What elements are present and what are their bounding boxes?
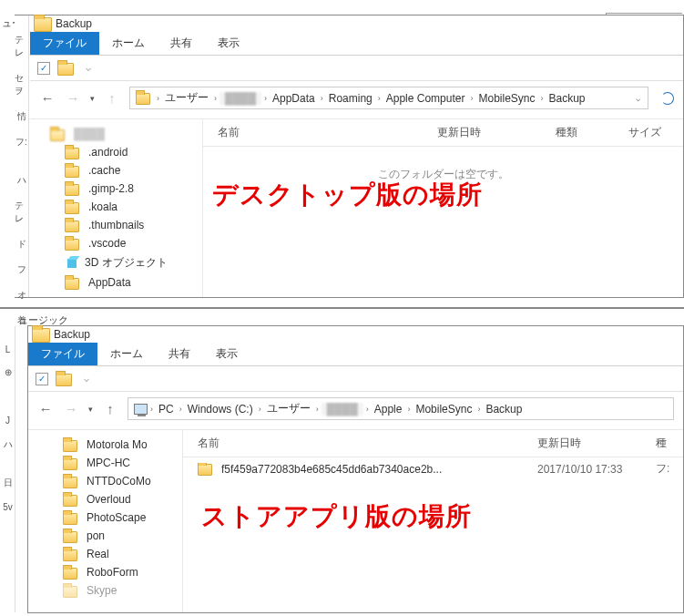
titlebar: Backup [30, 15, 683, 32]
file-type: フ: [648, 461, 676, 477]
col-type[interactable]: 種 [648, 436, 676, 451]
tab-file[interactable]: ファイル [28, 343, 97, 365]
folder-icon [198, 464, 210, 474]
breadcrumb-item[interactable]: Backup [546, 92, 588, 105]
checkbox-icon[interactable]: ✓ [36, 373, 48, 385]
folder-icon [136, 93, 148, 103]
checkbox-icon[interactable]: ✓ [37, 62, 50, 75]
tree-item[interactable]: Motorola Mo [61, 436, 179, 454]
breadcrumb-dropdown[interactable]: ⌵ [633, 94, 642, 103]
col-date[interactable]: 更新日時 [530, 436, 648, 451]
col-size[interactable]: サイズ [621, 125, 676, 140]
quick-access-toolbar: ✓ [30, 56, 683, 81]
tab-share[interactable]: 共有 [156, 343, 203, 365]
tab-home[interactable]: ホーム [99, 32, 158, 55]
3d-objects-icon [65, 256, 79, 271]
tab-view[interactable]: 表示 [203, 343, 250, 365]
forward-button[interactable]: → [65, 90, 81, 107]
breadcrumb-item[interactable]: MobileSync [475, 92, 537, 105]
nav-tree: ████ .android .cache .gimp-2.8 .koala .t… [30, 119, 203, 297]
history-dropdown[interactable]: ▾ [88, 405, 93, 414]
breadcrumb-item[interactable]: PC [156, 403, 177, 416]
column-headers: 名前 更新日時 種 [183, 430, 683, 457]
breadcrumb-item[interactable]: Windows (C:) [185, 403, 256, 416]
dropdown-icon[interactable] [84, 376, 89, 382]
address-bar-row: ← → ▾ ↑ › ユーザー› ████› AppData› Roaming› … [30, 81, 683, 119]
titlebar: Backup [28, 326, 683, 343]
forward-button[interactable]: → [63, 401, 79, 417]
tree-item[interactable]: pon [61, 527, 179, 545]
tree-item[interactable]: .vscode [63, 234, 199, 252]
dropdown-icon[interactable] [86, 66, 91, 71]
window-title: Backup [54, 328, 90, 341]
tree-item[interactable]: MPC-HC [61, 454, 179, 472]
tree-item[interactable]: ████ [48, 125, 199, 143]
breadcrumb-user-blurred[interactable]: ████ [322, 403, 363, 416]
back-button[interactable]: ← [39, 90, 56, 107]
empty-folder-message: このフォルダーは空です。 [203, 147, 683, 202]
breadcrumb-user-blurred[interactable]: ████ [219, 92, 261, 105]
annotation-store: ストアアプリ版の場所 [201, 499, 472, 534]
tree-item[interactable]: Overloud [61, 490, 179, 508]
history-dropdown[interactable]: ▾ [90, 94, 95, 103]
breadcrumb-bar[interactable]: › ユーザー› ████› AppData› Roaming› Apple Co… [129, 87, 648, 109]
pc-icon [134, 404, 148, 415]
quick-access-toolbar: ✓ [28, 366, 683, 392]
col-type[interactable]: 種類 [548, 125, 621, 140]
up-button[interactable]: ↑ [102, 401, 118, 417]
tree-item[interactable]: 3D オブジェクト [63, 252, 199, 273]
refresh-icon[interactable] [661, 92, 674, 105]
breadcrumb-item[interactable]: Roaming [326, 92, 375, 105]
tab-share[interactable]: 共有 [158, 32, 205, 55]
col-date[interactable]: 更新日時 [430, 125, 548, 140]
tree-item[interactable]: RoboForm [61, 563, 179, 581]
col-name[interactable]: 名前 [190, 436, 530, 451]
nav-tree: Motorola Mo MPC-HC NTTDoCoMo Overloud Ph… [28, 430, 183, 612]
tree-item[interactable]: AppData [63, 273, 199, 292]
breadcrumb-item[interactable]: ユーザー [162, 90, 211, 106]
folder-icon [32, 328, 48, 341]
tree-item[interactable]: .gimp-2.8 [63, 180, 199, 198]
list-item[interactable]: f5f459a772083b4e685c45dd6ab7340ace2b... … [183, 457, 683, 480]
file-list: 名前 更新日時 種 f5f459a772083b4e685c45dd6ab734… [183, 430, 683, 612]
tab-home[interactable]: ホーム [97, 343, 156, 365]
back-button[interactable]: ← [37, 401, 54, 417]
breadcrumb-item[interactable]: AppData [270, 92, 318, 105]
file-date: 2017/10/10 17:33 [530, 463, 648, 476]
ribbon: ファイル ホーム 共有 表示 [30, 32, 683, 56]
breadcrumb-bar[interactable]: › PC› Windows (C:)› ユーザー› ████› Apple› M… [128, 397, 674, 420]
up-button[interactable]: ↑ [104, 90, 120, 107]
breadcrumb-item[interactable]: MobileSync [413, 403, 475, 416]
tree-item[interactable]: .cache [63, 161, 199, 180]
file-list: 名前 更新日時 種類 サイズ このフォルダーは空です。 デスクトップ版の場所 [203, 119, 683, 297]
breadcrumb-item[interactable]: ユーザー [264, 401, 313, 416]
tree-item[interactable]: PhotoScape [61, 508, 179, 527]
folder-icon[interactable] [56, 374, 70, 385]
tree-item[interactable]: .android [63, 143, 199, 161]
tree-item[interactable]: Skype [61, 581, 179, 600]
tree-item[interactable]: NTTDoCoMo [61, 472, 179, 490]
tree-item[interactable]: .thumbnails [63, 216, 199, 234]
folder-icon [34, 17, 50, 30]
left-truncated-strip: テレセヲ情フ:ハテレドフオ着 [15, 15, 29, 297]
window-title: Backup [56, 17, 92, 30]
tree-item[interactable]: Real [61, 545, 179, 563]
address-bar-row: ← → ▾ ↑ › PC› Windows (C:)› ユーザー› ████› … [28, 392, 683, 430]
file-name: f5f459a772083b4e685c45dd6ab7340ace2b... [221, 463, 442, 476]
tree-item[interactable]: .koala [63, 198, 199, 216]
tab-view[interactable]: 表示 [205, 32, 252, 55]
breadcrumb-item[interactable]: Backup [483, 403, 525, 416]
ribbon: ファイル ホーム 共有 表示 [28, 343, 683, 366]
folder-icon[interactable] [57, 63, 72, 74]
column-headers: 名前 更新日時 種類 サイズ [203, 119, 683, 147]
left-truncated-strip: L⊕Jハ日5v [1, 326, 15, 612]
col-name[interactable]: 名前 [210, 125, 430, 140]
breadcrumb-item[interactable]: Apple Computer [383, 92, 468, 105]
breadcrumb-item[interactable]: Apple [372, 403, 405, 416]
tab-file[interactable]: ファイル [30, 32, 99, 55]
